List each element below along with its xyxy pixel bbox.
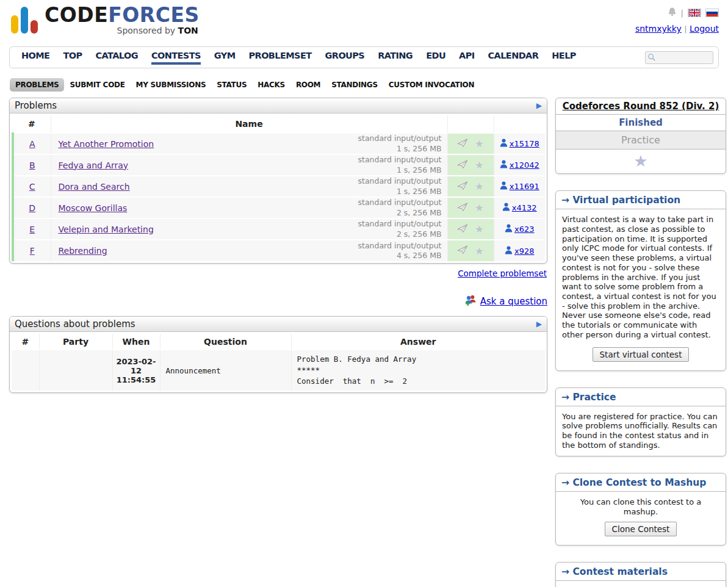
favorite-star-icon[interactable]: ★ bbox=[475, 181, 483, 192]
solved-count-link[interactable]: x4132 bbox=[512, 203, 537, 212]
nav-item-home[interactable]: HOME bbox=[15, 51, 56, 65]
submit-plane-icon[interactable] bbox=[457, 245, 468, 256]
submit-plane-icon[interactable] bbox=[457, 160, 468, 171]
tab-hacks[interactable]: HACKS bbox=[252, 78, 290, 92]
solved-count-link[interactable]: x11691 bbox=[510, 182, 539, 191]
problem-letter-link[interactable]: F bbox=[30, 246, 35, 256]
problem-row: D Moscow Gorillas standard input/output2… bbox=[13, 197, 545, 218]
q-col-when: When bbox=[112, 334, 160, 350]
solved-person-icon bbox=[500, 139, 508, 149]
logo-bars-icon bbox=[11, 5, 38, 34]
col-header-index: # bbox=[13, 115, 51, 133]
problem-letter-link[interactable]: A bbox=[29, 139, 35, 149]
ask-question-link[interactable]: Ask a question bbox=[480, 296, 547, 307]
submit-plane-icon[interactable] bbox=[457, 203, 468, 214]
problem-name-link[interactable]: Fedya and Array bbox=[59, 160, 129, 170]
tab-custom-invocation[interactable]: CUSTOM INVOCATION bbox=[383, 78, 480, 92]
q-col-index: # bbox=[12, 334, 39, 350]
header-right: | sntmxykky | Logout bbox=[635, 5, 719, 45]
nav-item-problemset[interactable]: PROBLEMSET bbox=[242, 51, 319, 65]
nav-item-contests[interactable]: CONTESTS bbox=[145, 51, 207, 65]
nav-item-catalog[interactable]: CATALOG bbox=[88, 51, 144, 65]
solved-count-link[interactable]: x623 bbox=[514, 225, 535, 234]
user-separator: | bbox=[684, 24, 687, 34]
problem-meta: standard input/output1 s, 256 MB bbox=[358, 155, 441, 175]
tab-standings[interactable]: STANDINGS bbox=[326, 78, 383, 92]
practice-title: → Practice bbox=[556, 388, 726, 406]
favorite-star-icon[interactable]: ★ bbox=[475, 223, 483, 235]
codeforces-logo[interactable]: CODEFORCES Sponsored by TON bbox=[11, 5, 200, 45]
virtual-participation-box: → Virtual participation Virtual contest … bbox=[555, 190, 726, 370]
q-answer-cell: Problem B. Fedya and Array ***** Conside… bbox=[291, 350, 545, 391]
collapse-arrow-icon[interactable]: ▶ bbox=[536, 101, 542, 110]
user-handle-link[interactable]: sntmxykky bbox=[635, 24, 682, 34]
problem-letter-link[interactable]: E bbox=[29, 225, 35, 234]
question-row: 2023-02-12 11:54:55 Announcement Problem… bbox=[12, 350, 545, 391]
favorite-contest-star-icon[interactable]: ★ bbox=[556, 149, 726, 173]
nav-item-api[interactable]: API bbox=[452, 51, 481, 65]
problems-header-row: # Name bbox=[13, 115, 545, 133]
submit-plane-icon[interactable] bbox=[457, 224, 468, 235]
search-box bbox=[645, 51, 713, 64]
start-virtual-contest-button[interactable]: Start virtual contest bbox=[593, 347, 690, 362]
practice-text: You are registered for practice. You can… bbox=[556, 406, 726, 456]
english-flag-icon[interactable] bbox=[688, 9, 701, 17]
logo-text: CODEFORCES Sponsored by TON bbox=[45, 5, 200, 35]
questions-caption: Questions about problems bbox=[15, 319, 135, 330]
bell-icon[interactable] bbox=[668, 7, 677, 19]
favorite-star-icon[interactable]: ★ bbox=[475, 138, 483, 149]
submit-plane-icon[interactable] bbox=[457, 139, 468, 149]
lang-separator: | bbox=[681, 9, 683, 18]
favorite-star-icon[interactable]: ★ bbox=[475, 159, 483, 171]
col-header-name: Name bbox=[51, 115, 447, 133]
problem-row: A Yet Another Promotion standard input/o… bbox=[13, 133, 545, 154]
tab-submit-code[interactable]: SUBMIT CODE bbox=[64, 78, 130, 92]
problem-name-link[interactable]: Rebrending bbox=[59, 246, 107, 256]
problem-name-link[interactable]: Moscow Gorillas bbox=[59, 203, 128, 213]
questions-caption-bar: Questions about problems ▶ bbox=[10, 317, 547, 332]
solved-count-link[interactable]: x928 bbox=[514, 247, 535, 256]
q-question-cell: Announcement bbox=[160, 350, 291, 391]
problem-name-link[interactable]: Yet Another Promotion bbox=[59, 139, 154, 149]
problem-meta: standard input/output4 s, 256 MB bbox=[358, 241, 441, 261]
problems-caption-bar: Problems ▶ bbox=[10, 98, 547, 113]
nav-item-calendar[interactable]: CALENDAR bbox=[481, 51, 546, 65]
russian-flag-icon[interactable] bbox=[705, 9, 719, 17]
nav-item-rating[interactable]: RATING bbox=[371, 51, 419, 65]
logout-link[interactable]: Logout bbox=[690, 24, 719, 34]
tab-room[interactable]: ROOM bbox=[290, 78, 326, 92]
problems-table: # Name A Yet Another Promotion standard … bbox=[12, 115, 545, 261]
tab-status[interactable]: STATUS bbox=[211, 78, 252, 92]
nav-item-gym[interactable]: GYM bbox=[207, 51, 242, 65]
complete-problemset-link[interactable]: Complete problemset bbox=[458, 268, 547, 278]
solved-count-link[interactable]: x15178 bbox=[510, 139, 539, 148]
nav-item-help[interactable]: HELP bbox=[545, 51, 583, 65]
problem-name-link[interactable]: Dora and Search bbox=[59, 182, 130, 192]
contest-title-link[interactable]: Codeforces Round 852 (Div. 2) bbox=[563, 101, 719, 112]
favorite-star-icon[interactable]: ★ bbox=[475, 245, 483, 257]
submit-plane-icon[interactable] bbox=[457, 181, 468, 192]
problem-meta: standard input/output2 s, 256 MB bbox=[358, 219, 441, 239]
nav-item-top[interactable]: TOP bbox=[56, 51, 88, 65]
nav-item-groups[interactable]: GROUPS bbox=[319, 51, 372, 65]
problem-letter-link[interactable]: D bbox=[29, 203, 35, 213]
sidebar: Codeforces Round 852 (Div. 2) Finished P… bbox=[555, 98, 726, 587]
problem-name-link[interactable]: Velepin and Marketing bbox=[59, 225, 154, 234]
nav-item-edu[interactable]: EDU bbox=[419, 51, 452, 65]
tab-my-submissions[interactable]: MY SUBMISSIONS bbox=[131, 78, 212, 92]
problems-caption: Problems bbox=[15, 100, 57, 111]
practice-box: → Practice You are registered for practi… bbox=[555, 387, 726, 457]
favorite-star-icon[interactable]: ★ bbox=[475, 202, 483, 214]
virtual-participation-title: → Virtual participation bbox=[556, 191, 726, 209]
contest-materials-box: → Contest materials • Announcement × • T… bbox=[555, 562, 726, 587]
contest-status: Finished bbox=[556, 114, 726, 131]
collapse-arrow-icon[interactable]: ▶ bbox=[536, 320, 542, 328]
problem-meta: standard input/output1 s, 256 MB bbox=[358, 134, 441, 154]
solved-count-link[interactable]: x12042 bbox=[510, 160, 539, 170]
problem-letter-link[interactable]: C bbox=[29, 182, 35, 192]
solved-person-icon bbox=[500, 160, 508, 170]
clone-contest-button[interactable]: Clone Contest bbox=[605, 522, 677, 536]
problem-letter-link[interactable]: B bbox=[29, 160, 35, 170]
main-column: Problems ▶ # Name A bbox=[9, 98, 547, 393]
tab-problems[interactable]: PROBLEMS bbox=[10, 78, 64, 92]
